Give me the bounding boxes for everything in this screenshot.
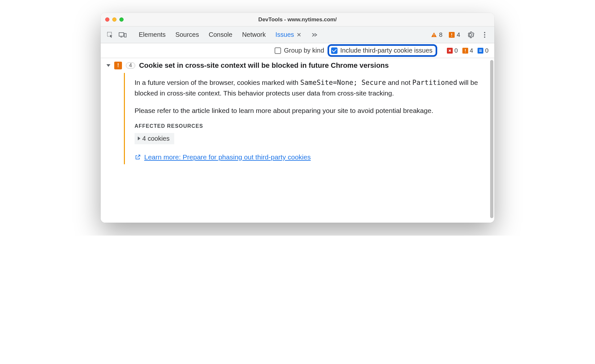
more-tabs-icon[interactable] [311,31,318,38]
device-toggle-icon[interactable] [119,31,126,38]
issues-content: ! 4 Cookie set in cross-site context wil… [101,58,494,223]
svg-rect-1 [119,33,124,36]
resource-count-label: 4 cookies [142,135,170,142]
info-count-chip[interactable]: 0 [478,47,489,54]
include-third-party-toggle[interactable]: Include third-party cookie issues [331,47,433,54]
text-fragment: In a future version of the browser, cook… [135,79,300,86]
tab-label: Console [209,31,232,38]
warning-square-icon: ! [114,62,122,69]
checkbox-checked-icon [331,47,338,54]
svg-rect-14 [465,49,466,51]
count-value: 0 [454,47,458,54]
issue-header[interactable]: ! 4 Cookie set in cross-site context wil… [106,61,489,70]
warning-square-icon [462,48,468,54]
tab-label: Issues [276,31,294,38]
issue-description-2: Please refer to the article linked to le… [135,106,479,116]
code-fragment: SameSite=None; Secure [300,79,386,86]
issue-item: ! 4 Cookie set in cross-site context wil… [101,58,494,223]
error-square-icon [447,48,453,54]
code-fragment: Partitioned [412,79,457,86]
checkbox-label-text: Group by kind [284,47,324,54]
svg-rect-16 [478,48,483,54]
issue-count-pill: 4 [126,62,135,69]
checkbox-unchecked-icon [275,47,281,54]
group-by-kind-toggle[interactable]: Group by kind [275,47,324,54]
error-count: 8 [439,31,443,38]
affected-resources-toggle[interactable]: 4 cookies [135,133,174,144]
svg-point-10 [484,34,485,35]
devtools-window: DevTools - www.nytimes.com/ Elements Sou… [101,13,494,223]
kebab-menu-icon[interactable] [481,31,489,39]
svg-point-9 [484,32,485,33]
tab-sources[interactable]: Sources [175,31,199,38]
error-badge[interactable]: 8 [431,31,443,38]
tab-elements[interactable]: Elements [139,31,166,38]
issue-body: In a future version of the browser, cook… [124,73,489,164]
learn-more-link[interactable]: Learn more: Prepare for phasing out thir… [135,153,311,161]
filter-controls: Group by kind Include third-party cookie… [275,44,437,57]
issue-title: Cookie set in cross-site context will be… [139,61,389,70]
svg-point-11 [484,36,485,38]
svg-rect-7 [451,33,452,35]
warn-count-chip[interactable]: 4 [462,47,473,54]
issue-counts: 0 4 0 [447,47,489,54]
inspect-icon[interactable] [106,31,114,38]
scrollbar-thumb[interactable] [490,60,493,218]
titlebar: DevTools - www.nytimes.com/ [101,13,494,26]
warn-badge[interactable]: 4 [449,31,460,38]
toolbar-left [106,31,126,38]
info-square-icon [478,48,483,54]
tab-label: Network [242,31,266,38]
annotation-highlight: Include third-party cookie issues [328,44,438,57]
panel-tabs: Elements Sources Console Network Issues … [139,31,318,38]
devtools-toolbar: Elements Sources Console Network Issues … [101,26,494,43]
checkbox-label-text: Include third-party cookie issues [340,47,433,54]
tab-console[interactable]: Console [209,31,232,38]
issue-description-1: In a future version of the browser, cook… [135,77,479,98]
tab-issues[interactable]: Issues ✕ [276,31,302,38]
warning-triangle-icon [431,32,437,38]
text-fragment: and not [386,79,412,86]
tab-label: Sources [175,31,199,38]
warning-square-icon [449,32,455,38]
chevron-down-icon [106,64,110,67]
window-title: DevTools - www.nytimes.com/ [101,16,494,23]
close-icon[interactable]: ✕ [297,31,301,38]
chevron-right-icon [138,136,140,140]
warn-count: 4 [457,31,460,38]
tab-label: Elements [139,31,166,38]
svg-rect-4 [434,34,434,35]
svg-rect-18 [479,51,482,52]
link-text: Learn more: Prepare for phasing out thir… [144,153,311,161]
issues-filterbar: Group by kind Include third-party cookie… [101,43,494,58]
svg-rect-3 [124,33,126,37]
svg-rect-8 [451,36,452,36]
svg-rect-5 [434,36,434,36]
svg-rect-17 [479,50,482,50]
error-count-chip[interactable]: 0 [447,47,458,54]
toolbar-right: 8 4 [431,31,489,39]
count-value: 0 [485,47,489,54]
svg-rect-15 [465,52,466,52]
external-link-icon [135,154,141,160]
tab-network[interactable]: Network [242,31,266,38]
count-value: 4 [470,47,473,54]
affected-resources-heading: AFFECTED RESOURCES [135,123,479,129]
gear-icon[interactable] [467,31,474,39]
